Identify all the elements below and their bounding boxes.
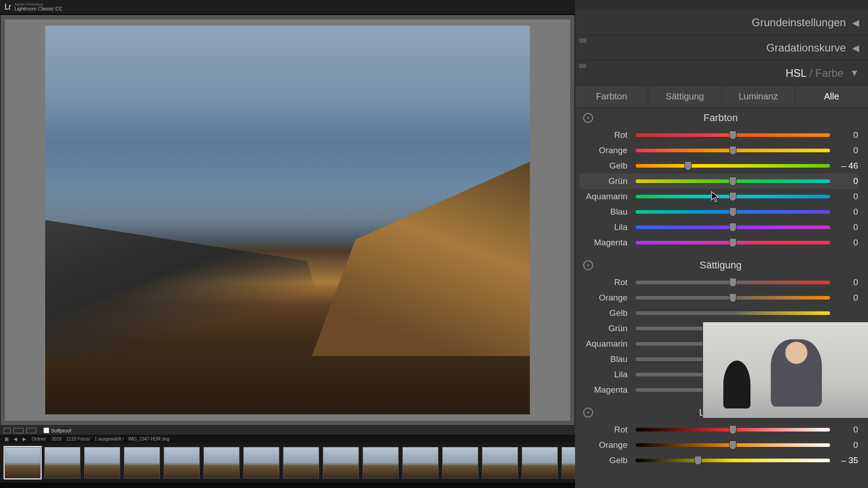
slider-value[interactable]: – 35: [833, 455, 858, 465]
nav-fwd-icon[interactable]: ▶: [23, 436, 27, 441]
slider-value[interactable]: 0: [833, 425, 858, 435]
slider-label: Orange: [580, 293, 633, 303]
softproof-checkbox[interactable]: [43, 427, 49, 433]
thumbnail[interactable]: [482, 447, 518, 479]
slider-label: Blau: [580, 207, 633, 217]
targeted-adjust-icon[interactable]: [583, 260, 593, 270]
slider-label: Orange: [580, 145, 633, 155]
slider-value[interactable]: 0: [833, 293, 858, 303]
hue-purple-slider[interactable]: [636, 225, 830, 229]
thumbnail[interactable]: [164, 447, 200, 479]
section-hue: Farbton Rot0 Orange0 Gelb– 46 Grün0 Aqua…: [575, 108, 868, 255]
thumbnail[interactable]: [522, 447, 558, 479]
titlebar: Lr Adobe Photoshop Lightroom Classic CC: [0, 0, 575, 14]
thumbnail[interactable]: [442, 447, 478, 479]
collapse-icon: ◀: [852, 42, 859, 53]
slider-label: Rot: [580, 130, 633, 140]
hue-aqua-slider[interactable]: [636, 195, 830, 198]
sat-yellow-slider[interactable]: [636, 311, 830, 315]
slider-value[interactable]: 0: [833, 440, 858, 450]
slider-value[interactable]: – 46: [833, 161, 858, 171]
slider-label: Magenta: [580, 385, 633, 395]
slider-value[interactable]: 0: [833, 130, 858, 140]
targeted-adjust-icon[interactable]: [583, 113, 593, 123]
slider-value[interactable]: 0: [833, 176, 858, 186]
slider-label: Blau: [580, 354, 633, 364]
section-sat-title: Sättigung: [605, 259, 858, 271]
slider-label: Rot: [580, 425, 633, 435]
slider-value[interactable]: 0: [833, 238, 858, 248]
hsl-tabs: Farbton Sättigung Luminanz Alle: [575, 86, 868, 108]
thumbnail[interactable]: [84, 447, 120, 479]
panel-basic-header[interactable]: Grundeinstellungen ◀: [575, 10, 868, 35]
app-title: Adobe Photoshop Lightroom Classic CC: [14, 3, 62, 11]
view-toolbar: Softproof: [0, 426, 575, 435]
panel-enable-toggle[interactable]: [579, 38, 587, 43]
slider-value[interactable]: 0: [833, 277, 858, 287]
webcam-overlay: [703, 322, 868, 418]
slider-value[interactable]: 0: [833, 192, 858, 202]
slider-label: Aquamarin: [580, 192, 633, 202]
thumbnail[interactable]: [203, 447, 240, 479]
view-mode-loupe-icon[interactable]: [4, 428, 11, 433]
slider-label: Rot: [580, 277, 633, 287]
thumbnail[interactable]: [402, 447, 439, 479]
slider-value[interactable]: 0: [833, 145, 858, 155]
slider-label: Gelb: [580, 161, 633, 171]
lum-orange-slider[interactable]: [636, 443, 830, 447]
thumbnail[interactable]: [561, 447, 575, 479]
tab-hue[interactable]: Farbton: [575, 86, 648, 107]
lum-yellow-slider[interactable]: [636, 459, 830, 462]
slider-label: Grün: [580, 176, 633, 186]
view-mode-before-after-icon[interactable]: [14, 428, 24, 433]
thumbnail[interactable]: [243, 447, 279, 479]
softproof-label: Softproof: [51, 428, 71, 433]
thumbnail[interactable]: [363, 447, 399, 479]
view-mode-split-icon[interactable]: [26, 428, 36, 433]
slider-value[interactable]: 0: [833, 222, 858, 232]
thumbnail[interactable]: [44, 447, 80, 479]
hue-orange-slider[interactable]: [636, 149, 830, 152]
expand-icon: ▼: [850, 68, 859, 78]
panel-enable-toggle[interactable]: [579, 63, 587, 69]
app-logo: Lr: [5, 2, 11, 12]
slider-label: Lila: [580, 370, 633, 380]
lum-red-slider[interactable]: [636, 428, 830, 432]
panel-basic-title: Grundeinstellungen: [752, 16, 846, 29]
slider-label: Magenta: [580, 238, 633, 248]
tab-saturation[interactable]: Sättigung: [648, 86, 722, 107]
slider-label: Aquamarin: [580, 339, 633, 349]
section-hue-title: Farbton: [605, 112, 858, 124]
thumbnail[interactable]: [283, 447, 319, 479]
slider-label: Gelb: [580, 455, 633, 465]
preview-image[interactable]: [45, 26, 530, 414]
nav-back-icon[interactable]: ◀: [14, 436, 18, 441]
slider-label: Lila: [580, 222, 633, 232]
slider-value[interactable]: 0: [833, 207, 858, 217]
tab-all[interactable]: Alle: [795, 86, 868, 107]
filmstrip[interactable]: [0, 443, 575, 483]
sat-orange-slider[interactable]: [636, 296, 830, 300]
canvas-area[interactable]: [0, 14, 575, 426]
thumbnail[interactable]: [124, 447, 160, 479]
thumbnail[interactable]: [5, 447, 41, 479]
filmstrip-info-bar: ▦ ◀ ▶ Ordner: 2018 2119 Fotos/ 1 ausgewä…: [0, 435, 575, 443]
slider-label: Grün: [580, 324, 633, 333]
hue-blue-slider[interactable]: [636, 210, 830, 214]
collapse-icon: ◀: [852, 17, 859, 28]
main-viewport: Lr Adobe Photoshop Lightroom Classic CC …: [0, 0, 575, 488]
grid-icon[interactable]: ▦: [5, 436, 9, 441]
tab-luminance[interactable]: Luminanz: [722, 86, 795, 107]
hue-green-slider[interactable]: [636, 179, 830, 183]
hue-red-slider[interactable]: [636, 133, 830, 137]
sat-red-slider[interactable]: [636, 281, 830, 284]
targeted-adjust-icon[interactable]: [583, 408, 593, 418]
thumbnail[interactable]: [323, 447, 359, 479]
slider-label: Orange: [580, 440, 633, 450]
hue-magenta-slider[interactable]: [636, 241, 830, 244]
slider-label: Gelb: [580, 308, 633, 318]
hue-yellow-slider[interactable]: [636, 164, 830, 168]
